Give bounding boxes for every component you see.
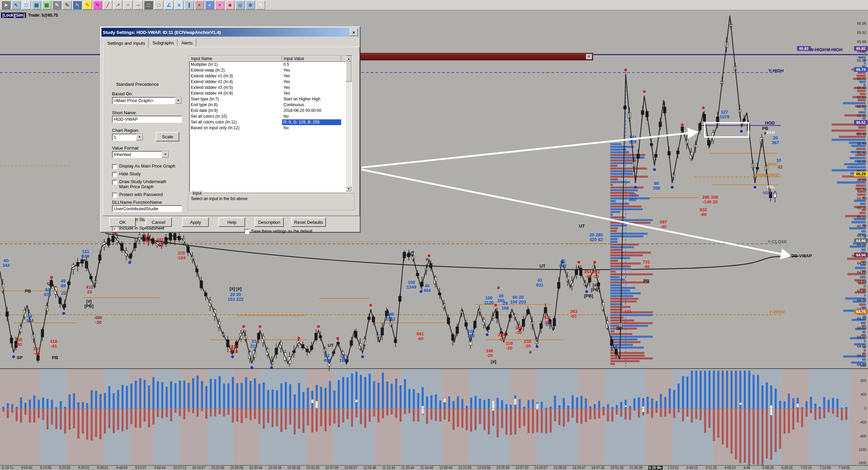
chart-label: VAL [766, 184, 775, 189]
chart-label: 100 1129 [484, 296, 494, 305]
chart-label: 62 574 [26, 314, 34, 323]
time-label: 9:10:06 [40, 466, 51, 470]
price-tick: 65.24 [851, 188, 866, 192]
background-window-close-icon[interactable]: × [586, 54, 592, 59]
input-name-column-header[interactable]: Input Name [189, 56, 282, 62]
help-button[interactable]: Help [219, 217, 245, 227]
checkbox-display-as-main-price-graph[interactable]: Display As Main Price Graph [112, 164, 175, 169]
description-button[interactable]: Description [255, 217, 284, 227]
checkbox-icon[interactable]: ✓ [112, 226, 117, 231]
checkbox-icon[interactable] [112, 193, 117, 198]
chart-label: VPOC [766, 162, 778, 167]
input-value-column-header[interactable]: Input Value [282, 56, 341, 62]
dll-function-input[interactable]: UserContributedStudie [112, 205, 182, 212]
price-tick: 64.52 [851, 353, 866, 357]
ok-button[interactable]: OK [109, 217, 136, 227]
chart-label: 20 20 153 222 [228, 292, 244, 302]
price-tick: 65.36 [851, 160, 866, 164]
checkbox-icon[interactable] [112, 180, 117, 185]
checkbox-hide-study[interactable]: Hide Study [112, 172, 141, 177]
short-name-input[interactable]: HOD-VWAP [112, 116, 182, 123]
time-label: 12:06:44 [439, 466, 453, 470]
price-tick: 64.84 [851, 280, 866, 284]
input-group-hint: Select an input in the list above [191, 196, 247, 201]
based-on-select[interactable]: <Main Price Graph>▼ [112, 97, 182, 104]
tab-alerts[interactable]: Alerts [178, 39, 196, 47]
chart-label: 42 [778, 165, 782, 170]
table-row[interactable]: Extend stddev #4 (In:6)Yes [189, 91, 352, 96]
chart-label: 20 168 [339, 353, 347, 363]
volume-tick: 400 [851, 393, 866, 396]
checkbox-icon[interactable] [112, 172, 117, 177]
chart-label: [#] [491, 359, 496, 364]
chart-label: 127 1579 [720, 110, 730, 119]
table-row[interactable]: Set all colors color (In:11)R: 0, G: 128… [189, 119, 352, 125]
inputs-list-scrollbar[interactable]: ▲ ▼ [346, 56, 351, 191]
time-label: 11:34:49 [420, 466, 433, 470]
price-tick: 64.56 [851, 344, 866, 348]
chart-label: 259 -20 [498, 332, 505, 342]
chart-label: [PB] [584, 294, 593, 298]
scale-button[interactable]: Scale [156, 132, 179, 141]
chart-label: 40 542 [559, 259, 567, 269]
time-label: 4:48 [743, 466, 750, 470]
chevron-down-icon[interactable]: ▼ [136, 134, 143, 140]
table-row[interactable]: Extend stddev #3 (In:5)Yes [189, 85, 352, 91]
chevron-down-icon[interactable]: ▼ [162, 151, 169, 158]
price-tick: 65.00 [851, 243, 866, 247]
price-tick: 65.04 [851, 234, 866, 238]
time-axis[interactable]: 6-19 Tu9:03:409:10:069:20:559:30:019:39:… [0, 465, 868, 470]
reset-defaults-button[interactable]: Reset Defaults [291, 217, 326, 227]
time-label: 18:51:35 [610, 466, 624, 470]
scroll-up-icon[interactable]: ▲ [346, 56, 351, 61]
tab-settings-and-inputs[interactable]: Settings and Inputs [104, 38, 149, 47]
time-label: 1:23:51 [667, 466, 679, 470]
checkbox-icon[interactable] [244, 229, 249, 234]
table-row[interactable]: Extend stddev #2 (In:4)Yes [189, 79, 352, 85]
table-row[interactable]: Start type (In:7)Start on Higher High [189, 96, 352, 102]
table-row[interactable]: Set all colors (In:10)No [189, 114, 352, 119]
inputs-list-header[interactable]: Input Name Input Value [189, 56, 352, 62]
table-row[interactable]: Based on input only (In:12)No [189, 125, 352, 131]
chart-label: # [497, 286, 499, 290]
cancel-button[interactable]: Cancel [145, 217, 172, 227]
dialog-titlebar[interactable]: Study Settings: HOD-VWAP. ID:11 (ECIVwap… [101, 28, 359, 37]
chart-label: SP [616, 326, 622, 331]
chart-region-select[interactable]: 1▼ [112, 134, 143, 141]
value-format-label: Value Format: [112, 145, 140, 151]
table-row[interactable]: Extend vwap (In:2)Yes [189, 67, 352, 73]
time-label: 4:08:10 [724, 466, 736, 470]
value-format-select[interactable]: Inherited▼ [112, 151, 169, 158]
chevron-down-icon[interactable]: ▼ [175, 97, 182, 104]
chart-label: UT [579, 224, 585, 229]
study-inputs-list[interactable]: Input Name Input Value Multiplier (In:1)… [189, 55, 352, 192]
chart-label: PB [52, 355, 58, 360]
scroll-down-icon[interactable]: ▼ [346, 186, 351, 191]
chart-label: DWM-VPOC [755, 173, 780, 178]
price-tick: 64.48 [851, 363, 866, 367]
chart-label: 691 -60 [417, 332, 424, 341]
chart-label: 101 351 [467, 329, 475, 338]
scrollbar-thumb[interactable] [346, 61, 351, 82]
save-as-default-checkbox[interactable]: Save these settings as the default [244, 229, 312, 234]
table-row[interactable]: Extend stddev #1 (In:3)Yes [189, 73, 352, 79]
price-tick: 65.92 [851, 31, 866, 35]
time-label: 10:26:05 [230, 466, 243, 470]
table-row[interactable]: Multiplier (In:1)0.5 [189, 62, 352, 67]
checkbox-draw-study-underneath-main-price-graph[interactable]: Draw Study Underneath Main Price Graph [112, 179, 175, 190]
background-window-titlebar[interactable]: × [361, 53, 593, 60]
chart-label: 597 -40 [660, 220, 667, 229]
chart-label: 346 -20 [486, 349, 493, 358]
price-tick: 64.76 [851, 298, 866, 302]
apply-button[interactable]: Apply [182, 217, 209, 227]
tab-subgraphs[interactable]: Subgraphs [149, 39, 178, 47]
checkbox-protect-with-password[interactable]: Protect with Password [112, 192, 163, 198]
dialog-tabs: Settings and InputsSubgraphsAlerts [104, 39, 196, 47]
chart-label: 140 1562 [386, 312, 395, 321]
table-row[interactable]: End type (In:8)Continuous [189, 102, 352, 108]
table-row[interactable]: End date (In:9)2018-06-20 00:00:00 [189, 108, 352, 114]
checkbox-icon[interactable] [112, 164, 117, 169]
time-label: 14:20:57 [534, 466, 548, 470]
dialog-close-button[interactable]: × [350, 28, 358, 36]
price-tick: 64.88 [851, 270, 866, 274]
